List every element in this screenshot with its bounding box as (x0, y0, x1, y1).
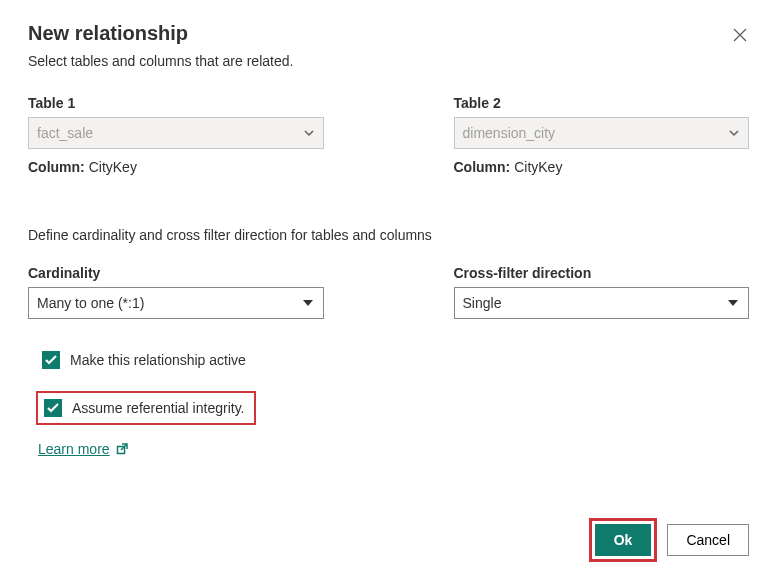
table1-select[interactable]: fact_sale (28, 117, 324, 149)
cardinality-value: Many to one (*:1) (37, 295, 144, 311)
crossfilter-value: Single (463, 295, 502, 311)
svg-marker-3 (728, 300, 738, 306)
table1-column: Column: CityKey (28, 159, 324, 175)
chevron-down-icon (727, 297, 739, 309)
crossfilter-label: Cross-filter direction (454, 265, 750, 281)
integrity-highlight: Assume referential integrity. (36, 391, 256, 425)
chevron-down-icon (304, 128, 314, 138)
table1-select-value: fact_sale (37, 125, 93, 141)
table1-label: Table 1 (28, 95, 324, 111)
dialog-subtitle: Select tables and columns that are relat… (28, 53, 749, 69)
close-icon[interactable] (731, 26, 749, 44)
ok-highlight: Ok (589, 518, 658, 562)
integrity-checkbox[interactable] (44, 399, 62, 417)
cancel-button[interactable]: Cancel (667, 524, 749, 556)
chevron-down-icon (729, 128, 739, 138)
dialog-title: New relationship (28, 22, 188, 45)
define-text: Define cardinality and cross filter dire… (28, 227, 749, 243)
table2-label: Table 2 (454, 95, 750, 111)
table2-select[interactable]: dimension_city (454, 117, 750, 149)
integrity-checkbox-label: Assume referential integrity. (72, 400, 244, 416)
dialog-footer: Ok Cancel (589, 518, 749, 562)
ok-button[interactable]: Ok (595, 524, 652, 556)
svg-marker-2 (303, 300, 313, 306)
active-checkbox[interactable] (42, 351, 60, 369)
table2-select-value: dimension_city (463, 125, 556, 141)
learn-more-link[interactable]: Learn more (38, 441, 128, 457)
checkmark-icon (47, 403, 59, 413)
checkmark-icon (45, 355, 57, 365)
crossfilter-select[interactable]: Single (454, 287, 750, 319)
table2-column: Column: CityKey (454, 159, 750, 175)
cardinality-label: Cardinality (28, 265, 324, 281)
cardinality-select[interactable]: Many to one (*:1) (28, 287, 324, 319)
external-link-icon (116, 443, 128, 455)
chevron-down-icon (302, 297, 314, 309)
active-checkbox-label: Make this relationship active (70, 352, 246, 368)
